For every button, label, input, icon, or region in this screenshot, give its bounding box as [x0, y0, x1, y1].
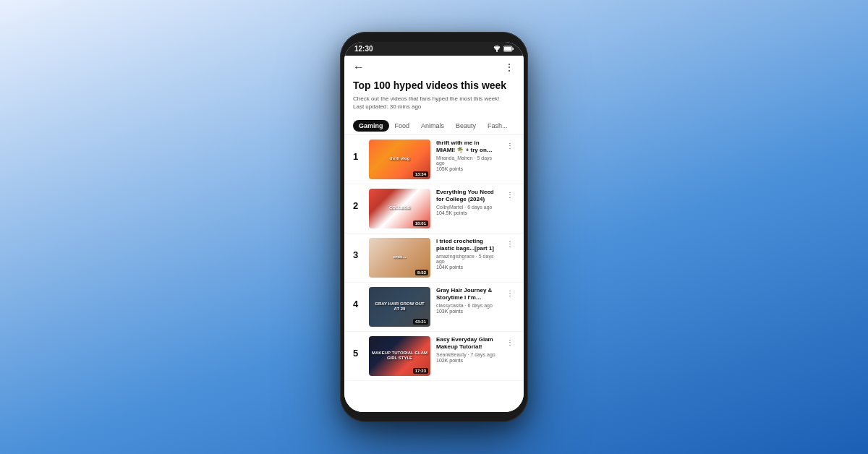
phone-shell: 12:30	[340, 32, 528, 422]
video-info: Everything You Need for College (2024) C…	[436, 189, 499, 216]
tab-animals[interactable]: Animals	[415, 120, 450, 132]
video-meta: Miranda_Mahen · 5 days ago	[436, 155, 499, 166]
video-thumbnail: croc... 8:52	[369, 238, 430, 278]
duration-badge: 13:34	[413, 171, 428, 177]
status-time: 12:30	[354, 45, 373, 53]
list-item[interactable]: 4 GRAY HAIR GROW OUT AT 29 43:21 Gray Ha…	[344, 283, 524, 332]
list-item[interactable]: 1 thrift vlog 13:34 thrift with me in MI…	[344, 135, 524, 184]
video-info: i tried crocheting plastic bags...[part …	[436, 238, 499, 270]
video-title: Everything You Need for College (2024)	[436, 189, 499, 204]
video-more-button[interactable]: ⋮	[505, 190, 515, 200]
phone-screen: 12:30	[344, 42, 524, 412]
video-info: thrift with me in MIAMI! 🌴 + try on haul…	[436, 140, 499, 172]
phone-device: 12:30	[340, 32, 528, 422]
video-points: 104K points	[436, 265, 499, 270]
video-points: 102K points	[436, 358, 499, 363]
page-title: Top 100 hyped videos this week	[353, 79, 515, 92]
rank-number: 5	[353, 348, 363, 359]
video-title: Easy Everyday Glam Makeup Tutorial!	[436, 336, 499, 351]
wifi-icon	[493, 46, 501, 52]
more-options-button[interactable]: ⋮	[504, 61, 515, 73]
duration-badge: 18:01	[413, 220, 428, 226]
rank-number: 4	[353, 299, 363, 309]
video-points: 103K points	[436, 309, 499, 314]
app-content: ← ⋮ Top 100 hyped videos this week Check…	[344, 56, 524, 412]
video-meta: amazingishgrace · 5 days ago	[436, 254, 499, 264]
video-thumbnail: MAKEUP TUTORIAL GLAM GIRL STYLE 17:23	[369, 336, 430, 376]
svg-rect-2	[513, 48, 514, 50]
duration-badge: 8:52	[415, 270, 428, 275]
video-meta: SeankBeauty · 7 days ago	[436, 352, 499, 357]
rank-number: 3	[353, 249, 363, 260]
svg-rect-3	[504, 47, 511, 51]
category-tabs: Gaming Food Animals Beauty Fash...	[344, 117, 524, 135]
rank-number: 2	[353, 200, 363, 211]
page-subtitle: Check out the videos that fans hyped the…	[353, 95, 515, 111]
duration-badge: 43:21	[413, 319, 428, 325]
tab-fashion[interactable]: Fash...	[482, 120, 514, 132]
video-info: Easy Everyday Glam Makeup Tutorial! Sean…	[436, 336, 499, 364]
back-button[interactable]: ←	[353, 61, 365, 73]
video-more-button[interactable]: ⋮	[505, 338, 515, 348]
video-more-button[interactable]: ⋮	[505, 141, 515, 151]
header-section: Top 100 hyped videos this week Check out…	[344, 76, 524, 117]
list-item[interactable]: 2 COLLEGE 18:01 Everything You Need for …	[344, 184, 524, 234]
video-title: Gray Hair Journey & Storytime I I'm grow…	[436, 287, 499, 302]
video-thumbnail: thrift vlog 13:34	[369, 140, 430, 179]
video-more-button[interactable]: ⋮	[505, 288, 515, 299]
video-points: 105K points	[436, 166, 499, 171]
video-thumbnail: COLLEGE 18:01	[369, 189, 430, 228]
status-icons	[493, 46, 514, 52]
video-points: 104.5K points	[436, 210, 499, 215]
status-bar: 12:30	[344, 42, 524, 56]
video-more-button[interactable]: ⋮	[505, 239, 515, 249]
tab-food[interactable]: Food	[389, 120, 416, 132]
video-meta: ColbyMartel · 6 days ago	[436, 205, 499, 210]
video-info: Gray Hair Journey & Storytime I I'm grow…	[436, 287, 499, 314]
list-item[interactable]: 3 croc... 8:52 i tried crocheting plasti…	[344, 234, 524, 283]
tab-beauty[interactable]: Beauty	[450, 120, 482, 132]
battery-icon	[503, 46, 514, 52]
video-thumbnail: GRAY HAIR GROW OUT AT 29 43:21	[369, 287, 430, 327]
list-item[interactable]: 5 MAKEUP TUTORIAL GLAM GIRL STYLE 17:23 …	[344, 332, 524, 381]
video-list: 1 thrift vlog 13:34 thrift with me in MI…	[344, 135, 524, 412]
video-title: thrift with me in MIAMI! 🌴 + try on haul…	[436, 140, 499, 155]
video-title: i tried crocheting plastic bags...[part …	[436, 238, 499, 253]
duration-badge: 17:23	[413, 368, 428, 374]
rank-number: 1	[353, 151, 363, 162]
video-meta: classycasita · 6 days ago	[436, 303, 499, 308]
tab-gaming[interactable]: Gaming	[353, 120, 389, 132]
svg-point-0	[496, 51, 498, 52]
top-bar: ← ⋮	[344, 56, 524, 76]
